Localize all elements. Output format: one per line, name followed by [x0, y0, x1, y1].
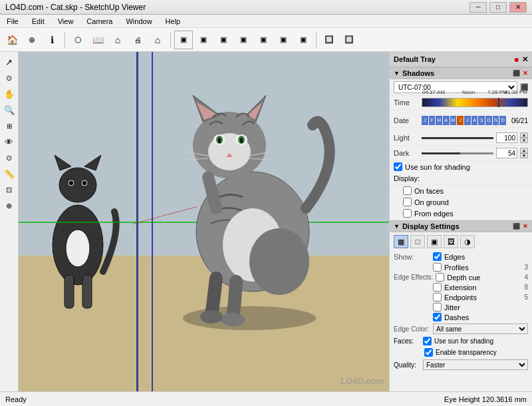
- panel-close-button[interactable]: ✕: [522, 55, 528, 64]
- tool-pan[interactable]: ✋: [2, 87, 17, 101]
- menu-camera[interactable]: Camera: [82, 16, 116, 27]
- dark-spin-down[interactable]: ▼: [520, 153, 528, 158]
- month-F[interactable]: F: [429, 116, 436, 125]
- ds-icon-textured[interactable]: 🖼: [444, 235, 458, 248]
- tool-orbit[interactable]: ⊕: [23, 31, 41, 49]
- menu-view[interactable]: View: [54, 16, 78, 27]
- tool-orbit[interactable]: ⊙: [2, 71, 17, 85]
- svg-marker-3: [84, 155, 101, 170]
- tool-rect2[interactable]: ▣: [194, 31, 213, 49]
- date-bar[interactable]: J F M A M J J A S O N D: [422, 116, 506, 125]
- time-slider[interactable]: 04:37 AM Noon 7:28 PM 01:30 PM: [422, 98, 528, 107]
- profiles-checkbox[interactable]: [433, 263, 442, 272]
- tool-rect4[interactable]: ▣: [234, 31, 253, 49]
- shadows-expand-btn[interactable]: ⬛: [513, 70, 520, 77]
- dark-value-input[interactable]: [496, 148, 517, 158]
- endpoints-label: Endpoints: [444, 294, 477, 302]
- menu-help[interactable]: Help: [162, 16, 185, 27]
- month-M1[interactable]: M: [436, 116, 442, 125]
- tool-zoom[interactable]: 🔍: [2, 102, 17, 117]
- quality-select[interactable]: Faster Nicest: [423, 359, 528, 370]
- ds-icon-monochrome[interactable]: ◑: [460, 235, 475, 248]
- date-value: 06/21: [511, 117, 528, 124]
- tool-measure[interactable]: 📏: [2, 166, 17, 181]
- tool-house2[interactable]: ⌂: [148, 31, 167, 49]
- display-settings-section-header[interactable]: ▼ Display Settings ⬛ ✕: [390, 220, 532, 232]
- shadows-close-btn[interactable]: ✕: [523, 70, 528, 77]
- viewport[interactable]: LO4D.com: [19, 52, 389, 391]
- use-sun-shading-faces-checkbox[interactable]: [423, 337, 432, 345]
- month-J1[interactable]: J: [422, 116, 428, 125]
- tool-house[interactable]: ⌂: [108, 31, 127, 49]
- depth-cue-checkbox[interactable]: [436, 273, 444, 282]
- month-A2[interactable]: A: [471, 116, 478, 125]
- tool-rect1[interactable]: ▣: [174, 31, 193, 49]
- light-slider[interactable]: [422, 137, 493, 139]
- light-spin-up[interactable]: ▲: [520, 132, 528, 138]
- tool-model1[interactable]: ⬡: [68, 31, 87, 49]
- tool-view1[interactable]: 🔲: [320, 31, 338, 49]
- edges-checkbox[interactable]: [433, 252, 442, 261]
- on-faces-label: On faces: [414, 187, 444, 195]
- tool-print[interactable]: 🖨: [128, 31, 147, 49]
- tool-axes[interactable]: ⊕: [2, 198, 17, 213]
- ds-icon-hidden[interactable]: □: [410, 235, 425, 248]
- close-button[interactable]: ✕: [509, 2, 527, 13]
- menu-file[interactable]: File: [3, 16, 23, 27]
- pin-button[interactable]: ●: [514, 54, 519, 65]
- time-mark-end: 01:30 PM: [505, 89, 527, 95]
- month-D[interactable]: D: [499, 116, 506, 125]
- maximize-button[interactable]: □: [489, 2, 507, 13]
- minimize-button[interactable]: ─: [469, 2, 487, 13]
- ds-icon-wireframe[interactable]: ▦: [394, 235, 408, 248]
- menu-window[interactable]: Window: [122, 16, 156, 27]
- tool-view2[interactable]: 🔲: [340, 31, 358, 49]
- month-O[interactable]: O: [485, 116, 492, 125]
- use-sun-shading-checkbox[interactable]: [394, 162, 402, 171]
- tool-rect5[interactable]: ▣: [254, 31, 273, 49]
- ds-icon-shaded[interactable]: ▣: [427, 235, 442, 248]
- edge-effects-row: Edge Effects: Depth cue 4: [390, 272, 532, 282]
- eye-height: Eye Height 120.3616 mm: [444, 395, 527, 403]
- month-N[interactable]: N: [493, 116, 499, 125]
- dashes-checkbox[interactable]: [433, 313, 442, 321]
- cat-2d-svg: [35, 125, 121, 318]
- cat-3d-model: [150, 79, 336, 331]
- month-S[interactable]: S: [478, 116, 485, 125]
- month-J2[interactable]: J: [457, 116, 464, 125]
- tool-look[interactable]: ⊙: [2, 150, 17, 165]
- on-faces-checkbox[interactable]: [403, 186, 412, 195]
- tool-model2[interactable]: 📖: [88, 31, 107, 49]
- titlebar: LO4D.com - Cat.skp - SketchUp Viewer ─ □…: [0, 0, 532, 15]
- endpoints-checkbox[interactable]: [433, 293, 442, 302]
- menu-edit[interactable]: Edit: [28, 16, 49, 27]
- light-value-input[interactable]: [496, 132, 517, 143]
- extension-checkbox[interactable]: [433, 283, 442, 292]
- tool-section[interactable]: ⊡: [2, 182, 17, 197]
- tool-rect6[interactable]: ▣: [274, 31, 293, 49]
- shadows-section-header[interactable]: ▼ Shadows ⬛ ✕: [390, 67, 532, 79]
- dark-slider[interactable]: [422, 152, 493, 154]
- on-ground-checkbox[interactable]: [403, 198, 412, 206]
- tool-select[interactable]: ↗: [2, 55, 17, 69]
- month-A1[interactable]: A: [443, 116, 450, 125]
- tool-info[interactable]: ℹ: [43, 31, 61, 49]
- tool-zoom-ext[interactable]: ⊞: [2, 118, 17, 133]
- display-settings-close-btn[interactable]: ✕: [523, 223, 528, 230]
- dark-spin-up[interactable]: ▲: [520, 148, 528, 153]
- right-panel: Default Tray ● ✕ ▼ Shadows ⬛ ✕ UTC-07:00…: [389, 52, 532, 391]
- tool-eye[interactable]: 👁: [2, 134, 17, 149]
- tool-rect3[interactable]: ▣: [214, 31, 233, 49]
- display-label: Display:: [394, 174, 420, 182]
- month-M2[interactable]: M: [450, 116, 457, 125]
- edge-color-select[interactable]: All same: [433, 323, 528, 334]
- jitter-checkbox[interactable]: [433, 303, 442, 311]
- display-settings-expand-btn[interactable]: ⬛: [513, 223, 520, 230]
- from-edges-checkbox[interactable]: [403, 209, 412, 218]
- tool-rect7[interactable]: ▣: [294, 31, 313, 49]
- light-spin-down[interactable]: ▼: [520, 138, 528, 143]
- month-J3[interactable]: J: [464, 116, 471, 125]
- show-row: Show: Edges: [390, 251, 532, 262]
- tool-home[interactable]: 🏠: [3, 31, 21, 49]
- enable-transparency-checkbox[interactable]: [424, 348, 433, 357]
